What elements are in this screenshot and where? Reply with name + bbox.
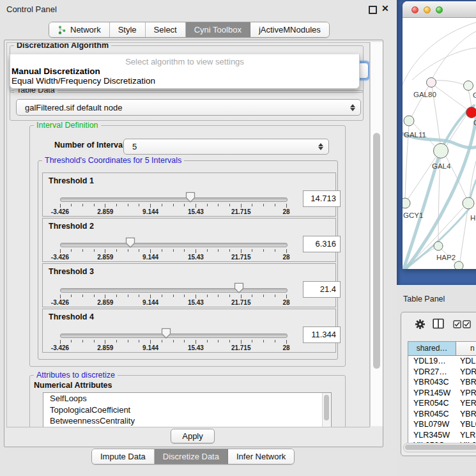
table-hscrollbar[interactable] [403,443,476,452]
slider-track[interactable] [60,243,288,247]
tab-label: jActiveMNodules [259,25,321,35]
network-edge [434,86,467,109]
network-node-label: C [473,119,476,127]
settings-scrollbar[interactable] [370,42,383,426]
attribute-item-selfloops[interactable]: SelfLoops [43,393,331,404]
network-node-h[interactable] [463,197,474,209]
column-header-name[interactable]: n [456,342,476,356]
right-region: GAL80GACGAL11GAL4GCY1HHAP2 Table Panel [397,0,476,476]
slider-track[interactable] [60,288,288,293]
tick-mark [207,204,208,206]
tick-label: 28 [272,299,300,306]
tab-network[interactable]: Network [49,22,110,37]
tab-discretize-data[interactable]: Discretize Data [155,449,228,464]
threshold-value-field[interactable]: 14.713 [303,190,341,207]
cell-name: YLR3 [460,431,476,440]
tick-mark [275,204,275,206]
attributes-group: Attributes to discretize Numerical Attri… [29,375,346,427]
slider-track[interactable] [60,197,288,202]
slider-thumb[interactable] [161,328,172,342]
float-window-icon[interactable] [369,6,377,14]
tick-mark [196,295,196,298]
table-data-combobox[interactable]: galFiltered.sif default node [16,99,361,116]
zoom-traffic-icon[interactable] [436,6,443,13]
table-row[interactable]: YPR145WYPR1 [408,388,476,399]
network-window-titlebar[interactable] [403,1,476,18]
scrollbar-thumb[interactable] [405,445,476,450]
tick-label: 9.144 [137,299,165,306]
tick-mark [196,340,196,344]
tick-label: 2.859 [91,344,119,351]
tab-label: Discretize Data [163,452,219,461]
table-row[interactable]: YDR27…YDR2 [408,367,476,378]
table-row[interactable]: YLR345WYLR3 [408,430,476,441]
num-intervals-combobox[interactable]: 5 [123,139,329,155]
interval-definition-group: Interval Definition Number of Intervals … [29,125,346,367]
tick-label: 2.859 [91,299,119,306]
tab-infer-network[interactable]: Infer Network [228,449,294,464]
slider-track[interactable] [60,334,288,338]
tab-cyni-toolbox[interactable]: Cyni Toolbox [186,22,250,37]
minimize-traffic-icon[interactable] [424,6,431,13]
tick-mark [173,295,174,297]
attributes-scrollbar[interactable] [322,393,331,427]
threshold-value-field[interactable]: 6.316 [303,236,341,252]
network-node-gal80[interactable] [427,78,436,88]
close-icon[interactable]: ✕ [381,3,389,13]
slider-thumb[interactable] [125,237,136,251]
table-row[interactable]: YDL19…YDL1 [408,356,476,367]
tick-label: 15.43 [181,299,210,306]
tick-label: 28 [272,254,300,261]
attribute-item-betweennesscentrality[interactable]: BetweennessCentrality [43,415,331,427]
tick-label: 15.43 [181,344,210,351]
network-node-ga[interactable] [464,81,473,91]
network-node-c[interactable] [466,107,476,118]
network-node[interactable] [454,261,463,269]
tick-mark [82,340,83,342]
table-row[interactable]: YER054CYER0 [408,398,476,409]
network-node-gal11[interactable] [404,116,414,126]
attribute-item-topologicalcoefficient[interactable]: TopologicalCoefficient [43,404,331,416]
checkbox-icon[interactable] [463,320,471,328]
tick-mark [162,249,162,252]
threshold-panel-1: Threshold 1-3.4262.8599.14415.4321.71528… [42,173,336,217]
cell-name: YPR1 [460,388,476,397]
apply-button[interactable]: Apply [171,429,215,443]
column-header-shared-name[interactable]: shared… [408,342,456,356]
checkbox-icon[interactable] [453,320,461,328]
threshold-value-field[interactable]: 11.344 [303,326,341,343]
network-canvas[interactable]: GAL80GACGAL11GAL4GCY1HHAP2 [403,17,476,269]
numerical-attributes-list[interactable]: SelfLoopsTopologicalCoefficientBetweenne… [43,392,332,427]
network-node-hap2[interactable] [434,242,443,250]
tick-mark [71,249,72,252]
network-node-gcy1[interactable] [403,198,410,208]
tick-mark [82,295,83,297]
slider-thumb[interactable] [185,192,196,206]
tab-select[interactable]: Select [146,22,186,37]
tick-label: 21.715 [227,299,255,306]
tick-mark [218,204,219,206]
table-row[interactable]: YBL079WYBL0 [408,419,476,430]
algorithm-option-manual[interactable]: Manual Discretization [12,66,100,76]
cell-name: YBR0 [460,378,476,387]
table-row[interactable]: YBR043CYBR0 [408,377,476,388]
table-row[interactable]: YBR045CYBR0 [408,409,476,420]
algorithm-option-equal-width[interactable]: Equal Width/Frequency Discretization [12,76,155,86]
gear-icon[interactable] [415,319,426,330]
close-traffic-icon[interactable] [411,6,418,13]
tick-mark [150,249,151,253]
network-edge [403,22,476,84]
network-node-gal4[interactable] [434,144,449,158]
network-edge [433,31,476,78]
scrollbar-thumb[interactable] [373,133,380,369]
tab-jactivemnodules[interactable]: jActiveMNodules [250,22,329,37]
group-title: Attributes to discretize [34,371,118,380]
tab-impute-data[interactable]: Impute Data [92,449,155,464]
cell-name: YBR0 [460,410,476,418]
cyni-settings-panel: Discretization Algorithm Select algorith… [4,40,383,447]
algorithm-dropdown-popup: Select algorithm to view settings Manual… [10,54,360,89]
slider-thumb[interactable] [234,282,245,296]
tab-style[interactable]: Style [110,22,146,37]
split-view-icon[interactable] [433,318,444,329]
threshold-value-field[interactable]: 21.4 [303,281,341,298]
